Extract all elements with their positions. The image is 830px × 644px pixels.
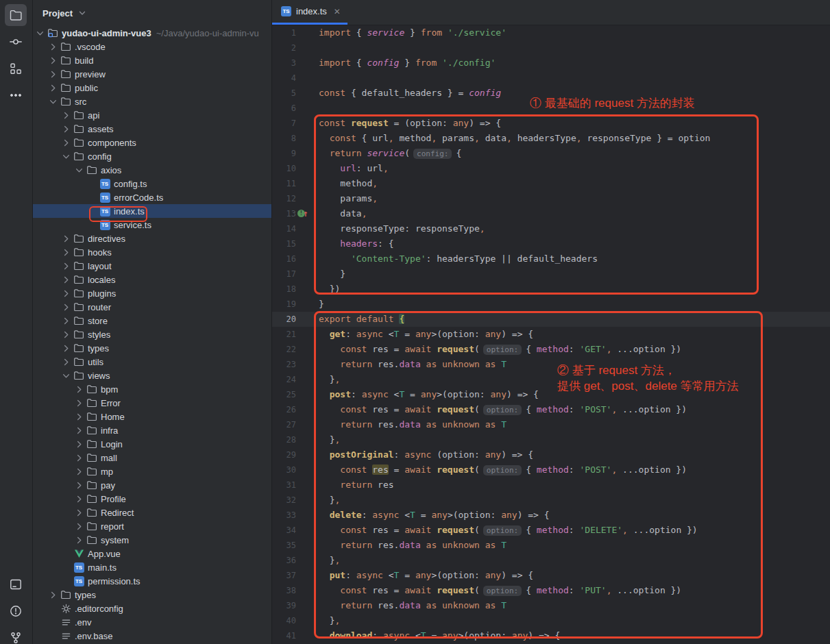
tree-item-build[interactable]: build [33, 53, 271, 67]
code-line-33[interactable]: 33 delete: async <T = any>(option: any) … [272, 508, 830, 523]
chevron-collapsed-icon[interactable] [74, 453, 86, 463]
code-line-24[interactable]: 24 }, [272, 372, 830, 387]
tree-item-.editorconfig[interactable]: .editorconfig [33, 602, 271, 615]
tree-item-mp[interactable]: mp [33, 465, 271, 478]
code-line-32[interactable]: 32 }, [272, 493, 830, 508]
code-line-35[interactable]: 35 return res.data as unknown as T [272, 538, 830, 553]
chevron-collapsed-icon[interactable] [61, 288, 73, 299]
chevron-expanded-icon[interactable] [35, 28, 47, 38]
chevron-collapsed-icon[interactable] [61, 124, 73, 134]
chevron-collapsed-icon[interactable] [74, 535, 86, 545]
code-line-31[interactable]: 31 return res [272, 478, 830, 493]
chevron-collapsed-icon[interactable] [61, 234, 73, 244]
chevron-collapsed-icon[interactable] [74, 398, 86, 408]
code-line-10[interactable]: 10 url: url, [272, 161, 830, 176]
tree-item-locales[interactable]: locales [33, 273, 271, 286]
code-line-5[interactable]: 5const { default_headers } = config [272, 86, 830, 101]
code-line-17[interactable]: 17 } [272, 267, 830, 282]
tree-item-src[interactable]: src [33, 95, 271, 108]
code-line-6[interactable]: 6 [272, 101, 830, 116]
tree-item-api[interactable]: api [33, 108, 271, 122]
code-line-39[interactable]: 39 return res.data as unknown as T [272, 598, 830, 613]
terminal-icon[interactable] [5, 573, 27, 595]
tree-item-infra[interactable]: infra [33, 423, 271, 437]
chevron-collapsed-icon[interactable] [74, 439, 86, 449]
chevron-collapsed-icon[interactable] [74, 425, 86, 436]
code-line-15[interactable]: 15 headers: { [272, 236, 830, 251]
chevron-collapsed-icon[interactable] [61, 330, 73, 340]
tree-item-components[interactable]: components [33, 136, 271, 149]
tree-item-Login[interactable]: Login [33, 437, 271, 451]
chevron-collapsed-icon[interactable] [74, 521, 86, 532]
code-line-8[interactable]: 8 const { url, method, params, data, hea… [272, 131, 830, 146]
tree-item-Redirect[interactable]: Redirect [33, 506, 271, 519]
tree-item-.env.base[interactable]: .env.base [33, 629, 271, 643]
tree-item-views[interactable]: views [33, 369, 271, 382]
chevron-collapsed-icon[interactable] [61, 110, 73, 121]
tree-item-errorCode.ts[interactable]: TSerrorCode.ts [33, 190, 271, 204]
code-line-9[interactable]: 9 return service(config:{ [272, 146, 830, 161]
code-line-25[interactable]: 25 post: async <T = any>(option: any) =>… [272, 387, 830, 402]
tree-item-yudao-ui-admin-vue3[interactable]: yudao-ui-admin-vue3~/Java/yudao-ui-admin… [33, 26, 271, 40]
code-line-11[interactable]: 11 method, [272, 176, 830, 191]
chevron-collapsed-icon[interactable] [48, 42, 60, 52]
tree-item-directives[interactable]: directives [33, 232, 271, 245]
tree-item-Profile[interactable]: Profile [33, 492, 271, 506]
code-line-16[interactable]: 16 'Content-Type': headersType || defaul… [272, 251, 830, 267]
code-line-14[interactable]: 14 responseType: responseType, [272, 221, 830, 236]
chevron-collapsed-icon[interactable] [61, 138, 73, 148]
tree-item-public[interactable]: public [33, 81, 271, 95]
tree-item-preview[interactable]: preview [33, 67, 271, 81]
commit-up-marker-icon[interactable]: !↑ [297, 208, 311, 219]
code-line-4[interactable]: 4 [272, 71, 830, 86]
tree-item-types[interactable]: types [33, 341, 271, 355]
tree-item-router[interactable]: router [33, 300, 271, 314]
chevron-expanded-icon[interactable] [61, 371, 73, 381]
code-line-12[interactable]: 12 params, [272, 191, 830, 206]
tree-item-plugins[interactable]: plugins [33, 286, 271, 300]
tree-item-bpm[interactable]: bpm [33, 382, 271, 396]
project-panel-header[interactable]: Project [33, 0, 271, 26]
more-tools-icon[interactable] [5, 84, 27, 106]
tree-item-utils[interactable]: utils [33, 355, 271, 369]
tree-item-system[interactable]: system [33, 533, 271, 547]
code-line-18[interactable]: 18 }) [272, 282, 830, 297]
code-line-38[interactable]: 38 const res = await request(option:{ me… [272, 583, 830, 598]
code-line-3[interactable]: 3import { config } from './config' [272, 55, 830, 71]
tree-item-types[interactable]: types [33, 588, 271, 602]
code-line-30[interactable]: 30 const res = await request(option:{ me… [272, 462, 830, 478]
tree-item-pay[interactable]: pay [33, 478, 271, 492]
tree-item-hooks[interactable]: hooks [33, 245, 271, 259]
tree-item-main.ts[interactable]: TSmain.ts [33, 560, 271, 574]
code-line-7[interactable]: 7const request = (option: any) => { [272, 116, 830, 131]
problems-icon[interactable] [5, 600, 27, 622]
chevron-collapsed-icon[interactable] [61, 247, 73, 258]
tab-close-icon[interactable]: ✕ [334, 7, 341, 16]
code-line-13[interactable]: 13!↑ data, [272, 206, 830, 221]
tree-item-Home[interactable]: Home [33, 410, 271, 423]
chevron-expanded-icon[interactable] [74, 165, 86, 175]
code-line-26[interactable]: 26 const res = await request(option:{ me… [272, 402, 830, 417]
code-line-36[interactable]: 36 }, [272, 553, 830, 568]
tree-item-config[interactable]: config [33, 149, 271, 163]
chevron-collapsed-icon[interactable] [74, 412, 86, 422]
chevron-collapsed-icon[interactable] [74, 467, 86, 477]
chevron-expanded-icon[interactable] [61, 151, 73, 162]
chevron-collapsed-icon[interactable] [74, 480, 86, 491]
code-line-28[interactable]: 28 }, [272, 432, 830, 447]
chevron-collapsed-icon[interactable] [74, 384, 86, 395]
code-line-29[interactable]: 29 postOriginal: async (option: any) => … [272, 447, 830, 462]
chevron-collapsed-icon[interactable] [61, 343, 73, 354]
chevron-collapsed-icon[interactable] [48, 55, 60, 66]
chevron-collapsed-icon[interactable] [61, 302, 73, 312]
chevron-collapsed-icon[interactable] [61, 261, 73, 271]
code-line-37[interactable]: 37 put: async <T = any>(option: any) => … [272, 568, 830, 583]
chevron-collapsed-icon[interactable] [48, 83, 60, 93]
chevron-collapsed-icon[interactable] [61, 275, 73, 285]
tree-item-.vscode[interactable]: .vscode [33, 40, 271, 53]
structure-icon[interactable] [5, 58, 27, 79]
code-line-2[interactable]: 2 [272, 40, 830, 55]
tree-item-mall[interactable]: mall [33, 451, 271, 465]
chevron-expanded-icon[interactable] [48, 97, 60, 107]
tree-item-styles[interactable]: styles [33, 327, 271, 341]
